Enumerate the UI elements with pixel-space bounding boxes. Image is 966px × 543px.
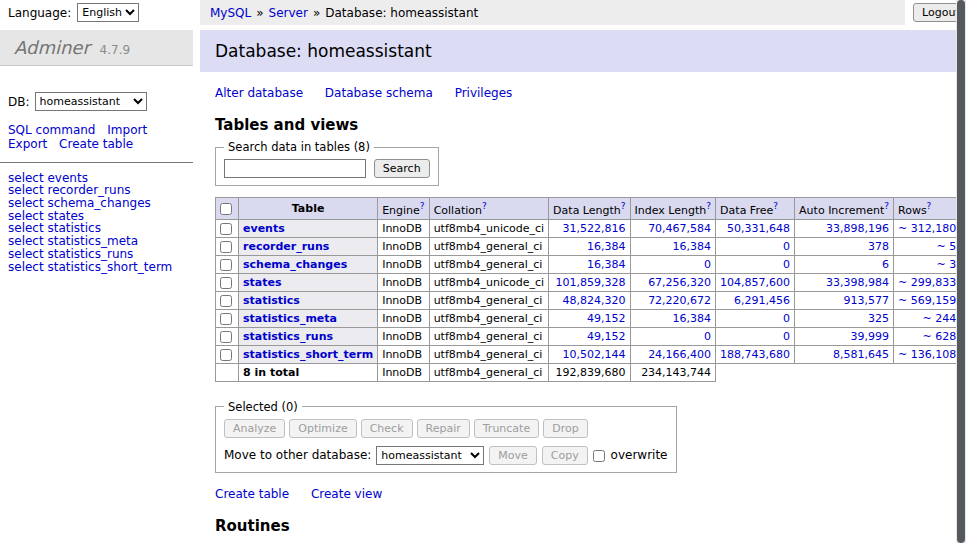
- repair-button[interactable]: Repair: [417, 419, 470, 438]
- check-button[interactable]: Check: [361, 419, 413, 438]
- index-length-link-67-256-320[interactable]: 67,256,320: [648, 276, 711, 289]
- help-auto-increment-link[interactable]: ?: [884, 201, 889, 211]
- breadcrumb-mysql-link[interactable]: MySQL: [210, 6, 251, 20]
- help-rows-link[interactable]: ?: [927, 201, 932, 211]
- help-collation-link[interactable]: ?: [482, 201, 487, 211]
- create-link-create-view[interactable]: Create view: [311, 487, 382, 501]
- rows-link-3[interactable]: ~ 3: [936, 258, 956, 271]
- data-length-link-101-859-328[interactable]: 101,859,328: [556, 276, 626, 289]
- table-link-states[interactable]: states: [243, 276, 282, 289]
- data-length-link-49-152[interactable]: 49,152: [587, 312, 626, 325]
- index-length-link-16-384[interactable]: 16,384: [673, 312, 712, 325]
- auto-increment-link-33-898-196[interactable]: 33,898,196: [826, 222, 889, 235]
- sidebar-action-create-table[interactable]: Create table: [59, 137, 133, 151]
- data-free-link-104-857-600[interactable]: 104,857,600: [720, 276, 790, 289]
- index-length-link-70-467-584[interactable]: 70,467,584: [648, 222, 711, 235]
- row-checkbox[interactable]: [220, 259, 232, 271]
- help-data-free-link[interactable]: ?: [773, 201, 778, 211]
- auto-increment-cell: 378: [795, 237, 894, 255]
- table-link-statistics-meta[interactable]: statistics_meta: [243, 312, 337, 325]
- rows-link-628[interactable]: ~ 628: [922, 330, 956, 343]
- data-free-link-0[interactable]: 0: [783, 240, 790, 253]
- help-index-length-link[interactable]: ?: [706, 201, 711, 211]
- breadcrumb-server-link[interactable]: Server: [269, 6, 308, 20]
- db-link-database-schema[interactable]: Database schema: [325, 86, 433, 100]
- sidebar-item-select-statistics-meta[interactable]: select statistics_meta: [8, 235, 193, 248]
- auto-increment-link-6[interactable]: 6: [882, 258, 889, 271]
- index-length-link-72-220-672[interactable]: 72,220,672: [648, 294, 711, 307]
- language-select[interactable]: English: [77, 3, 139, 22]
- scrollbar-thumb[interactable]: [957, 0, 965, 543]
- create-link-create-table[interactable]: Create table: [215, 487, 289, 501]
- move-db-select[interactable]: homeassistant: [376, 446, 484, 465]
- row-checkbox[interactable]: [220, 277, 232, 289]
- auto-increment-link-8-581-645[interactable]: 8,581,645: [833, 348, 889, 361]
- search-input[interactable]: [224, 159, 366, 178]
- index-length-link-24-166-400[interactable]: 24,166,400: [648, 348, 711, 361]
- data-length-link-48-824-320[interactable]: 48,824,320: [563, 294, 626, 307]
- row-checkbox[interactable]: [220, 223, 232, 235]
- analyze-button[interactable]: Analyze: [224, 419, 285, 438]
- auto-increment-link-378[interactable]: 378: [868, 240, 889, 253]
- data-length-link-16-384[interactable]: 16,384: [587, 240, 626, 253]
- data-free-link-0[interactable]: 0: [783, 312, 790, 325]
- table-row: statistics_runsInnoDButf8mb4_general_ci4…: [216, 327, 966, 345]
- row-checkbox[interactable]: [220, 295, 232, 307]
- sidebar-action-sql-command[interactable]: SQL command: [8, 123, 95, 137]
- row-checkbox[interactable]: [220, 331, 232, 343]
- sidebar-action-export[interactable]: Export: [8, 137, 47, 151]
- rows-link-5[interactable]: ~ 5: [936, 240, 956, 253]
- data-free-link-0[interactable]: 0: [783, 330, 790, 343]
- data-free-link-0[interactable]: 0: [783, 258, 790, 271]
- auto-increment-link-325[interactable]: 325: [868, 312, 889, 325]
- auto-increment-link-39-999[interactable]: 39,999: [851, 330, 890, 343]
- index-length-link-16-384[interactable]: 16,384: [673, 240, 712, 253]
- truncate-button[interactable]: Truncate: [474, 419, 539, 438]
- sidebar-item-select-statistics-short-term[interactable]: select statistics_short_term: [8, 261, 193, 274]
- search-button[interactable]: Search: [374, 159, 430, 178]
- overwrite-option[interactable]: overwrite: [593, 448, 668, 462]
- table-link-statistics-runs[interactable]: statistics_runs: [243, 330, 333, 343]
- overwrite-checkbox[interactable]: [593, 450, 605, 462]
- data-length-link-16-384[interactable]: 16,384: [587, 258, 626, 271]
- db-link-alter-database[interactable]: Alter database: [215, 86, 303, 100]
- row-checkbox[interactable]: [220, 241, 232, 253]
- help-engine-link[interactable]: ?: [420, 201, 425, 211]
- move-button[interactable]: Move: [489, 446, 537, 465]
- data-length-link-10-502-144[interactable]: 10,502,144: [563, 348, 626, 361]
- rows-link-244[interactable]: ~ 244: [922, 312, 956, 325]
- db-link-privileges[interactable]: Privileges: [455, 86, 513, 100]
- app-logo[interactable]: Adminer: [14, 37, 90, 58]
- data-free-link-188-743-680[interactable]: 188,743,680: [720, 348, 790, 361]
- data-free-link-50-331-648[interactable]: 50,331,648: [727, 222, 790, 235]
- db-select[interactable]: homeassistant: [35, 92, 147, 111]
- drop-button[interactable]: Drop: [543, 419, 587, 438]
- auto-increment-link-913-577[interactable]: 913,577: [844, 294, 890, 307]
- table-link-schema-changes[interactable]: schema_changes: [243, 258, 347, 271]
- index-length-link-0[interactable]: 0: [704, 330, 711, 343]
- data-free-link-6-291-456[interactable]: 6,291,456: [734, 294, 790, 307]
- index-length-link-0[interactable]: 0: [704, 258, 711, 271]
- sidebar-item-select-statistics-runs[interactable]: select statistics_runs: [8, 248, 193, 261]
- row-checkbox[interactable]: [220, 313, 232, 325]
- optimize-button[interactable]: Optimize: [289, 419, 356, 438]
- rows-link-299-833[interactable]: ~ 299,833: [898, 276, 956, 289]
- rows-link-136-108[interactable]: ~ 136,108: [898, 348, 956, 361]
- sidebar-action-import[interactable]: Import: [107, 123, 147, 137]
- scrollbar[interactable]: [956, 0, 966, 543]
- rows-link-569-159[interactable]: ~ 569,159: [898, 294, 956, 307]
- auto-increment-link-33-398-984[interactable]: 33,398,984: [826, 276, 889, 289]
- table-link-statistics[interactable]: statistics: [243, 294, 300, 307]
- rows-link-312-180[interactable]: ~ 312,180: [898, 222, 956, 235]
- sidebar-item-select-schema-changes[interactable]: select schema_changes: [8, 197, 193, 210]
- help-data-length-link[interactable]: ?: [621, 201, 626, 211]
- select-all-checkbox[interactable]: [220, 203, 232, 215]
- table-link-statistics-short-term[interactable]: statistics_short_term: [243, 348, 373, 361]
- table-link-recorder-runs[interactable]: recorder_runs: [243, 240, 329, 253]
- row-checkbox[interactable]: [220, 349, 232, 361]
- data-length-link-31-522-816[interactable]: 31,522,816: [563, 222, 626, 235]
- sidebar: Adminer 4.7.9 DB: homeassistant SQL comm…: [0, 30, 193, 273]
- table-link-events[interactable]: events: [243, 222, 285, 235]
- copy-button[interactable]: Copy: [542, 446, 588, 465]
- data-length-link-49-152[interactable]: 49,152: [587, 330, 626, 343]
